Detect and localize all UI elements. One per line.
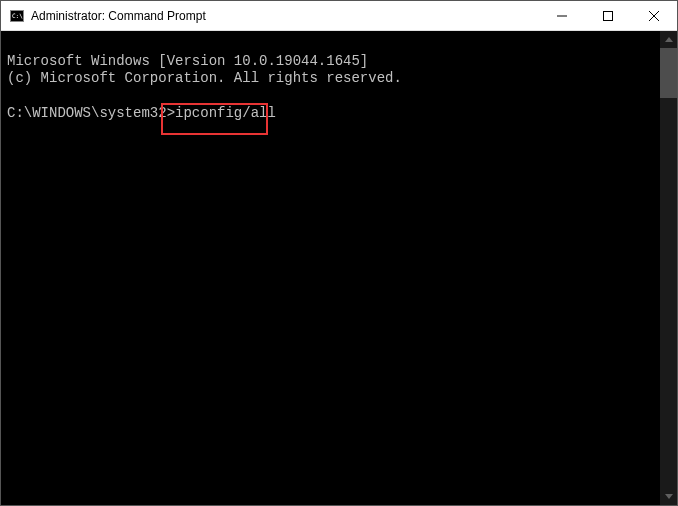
scrollbar-track[interactable]	[660, 48, 677, 488]
scrollbar-up-button[interactable]	[660, 31, 677, 48]
cmd-icon: C:\	[9, 8, 25, 24]
chevron-down-icon	[665, 494, 673, 499]
maximize-button[interactable]	[585, 1, 631, 31]
terminal-content[interactable]: Microsoft Windows [Version 10.0.19044.16…	[1, 31, 660, 505]
chevron-up-icon	[665, 37, 673, 42]
titlebar[interactable]: C:\ Administrator: Command Prompt	[1, 1, 677, 31]
scrollbar-vertical[interactable]	[660, 31, 677, 505]
terminal-line-version: Microsoft Windows [Version 10.0.19044.16…	[7, 53, 368, 69]
scrollbar-thumb[interactable]	[660, 48, 677, 98]
close-button[interactable]	[631, 1, 677, 31]
window-controls	[539, 1, 677, 30]
minimize-button[interactable]	[539, 1, 585, 31]
command-prompt-window: C:\ Administrator: Command Prompt Micros…	[0, 0, 678, 506]
terminal-line-copyright: (c) Microsoft Corporation. All rights re…	[7, 70, 402, 86]
terminal-command: ipconfig/all	[175, 105, 276, 121]
terminal-body: Microsoft Windows [Version 10.0.19044.16…	[1, 31, 677, 505]
svg-rect-1	[604, 11, 613, 20]
scrollbar-down-button[interactable]	[660, 488, 677, 505]
terminal-prompt: C:\WINDOWS\system32>	[7, 105, 175, 121]
window-title: Administrator: Command Prompt	[31, 9, 539, 23]
